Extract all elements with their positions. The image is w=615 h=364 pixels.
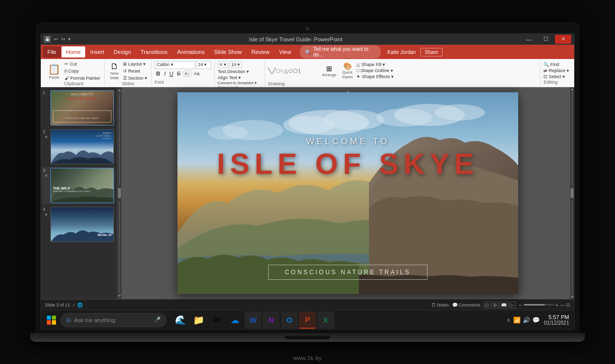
right-scrollbar[interactable] (570, 87, 574, 299)
select-button[interactable]: ⊡ Select ▾ (543, 74, 569, 79)
slide-2-number: 2 (43, 129, 49, 134)
zoom-level[interactable]: — (560, 302, 565, 308)
editing-group: 🔍 Find ⇄ Replace ▾ ⊡ Select ▾ Editing (540, 60, 572, 86)
tab-slideshow[interactable]: Slide Show (210, 46, 247, 57)
tab-design[interactable]: Design (109, 46, 136, 57)
tab-animations[interactable]: Animations (172, 46, 209, 57)
tab-insert[interactable]: Insert (86, 46, 109, 57)
editing-label: Editing (543, 80, 569, 85)
laptop-screen-bezel: 💾 ↩ ↪ ▾ Isle of Skye Travel Guide- Power… (35, 22, 580, 333)
file-explorer-icon[interactable]: 📁 (190, 312, 207, 329)
mail-icon[interactable]: ✉ (208, 312, 225, 329)
copy-button[interactable]: ⎘ Copy (64, 68, 101, 74)
minimize-button[interactable]: — (521, 35, 537, 44)
volume-icon[interactable]: 🔊 (523, 317, 530, 324)
start-button[interactable] (44, 313, 59, 328)
reset-button[interactable]: ↺ Reset (122, 68, 148, 74)
char-spacing-button[interactable]: Aa (193, 71, 201, 76)
work-area: 1 WELCOME TO ISLE OF SKYE CONSCIOUS NATU… (41, 87, 574, 299)
zoom-out-button[interactable]: − (519, 302, 522, 308)
font-name-selector[interactable]: Calibri ▾ (155, 61, 195, 69)
taskbar-apps: 🌊 📁 ✉ ☁ W N O P X (172, 312, 334, 329)
edge-icon[interactable]: 🌊 (172, 312, 189, 329)
redo-icon[interactable]: ↪ (61, 36, 65, 42)
clock-display[interactable]: 5:57 PM 01/12/2021 (542, 314, 571, 326)
tab-file[interactable]: File (43, 46, 61, 57)
hinge-notch (285, 336, 330, 339)
normal-view-button[interactable]: ⊡ (483, 301, 490, 309)
website-watermark: www.1k.by (293, 355, 322, 361)
slide-thumb-1[interactable]: 1 WELCOME TO ISLE OF SKYE CONSCIOUS NATU… (42, 89, 115, 127)
onenote-icon[interactable]: N (263, 312, 280, 329)
tell-me-box[interactable]: 🔍Tell me what you want to do... (300, 45, 381, 58)
save-icon[interactable]: 💾 (44, 36, 51, 43)
slide-2-thumbnail: ENJOY GUIDED TRAVEL WITH US (50, 129, 114, 164)
restore-button[interactable]: ☐ (538, 35, 554, 44)
share-button[interactable]: Share (420, 48, 443, 56)
cut-button[interactable]: ✂ Cut (64, 61, 101, 67)
numbering-button[interactable]: 1≡ ▾ (229, 61, 242, 68)
layout-button[interactable]: ⊞ Layout ▾ (122, 61, 148, 67)
bullets-button[interactable]: ≡ ▾ (218, 61, 228, 68)
tab-review[interactable]: Review (247, 46, 274, 57)
powerpoint-icon[interactable]: P (299, 312, 316, 329)
font-size-selector[interactable]: 24 ▾ (196, 61, 211, 69)
slideshow-button[interactable]: ▷ (509, 301, 516, 309)
clock-date: 01/12/2021 (544, 320, 569, 326)
text-direction-button[interactable]: Text Direction ▾ (218, 69, 249, 74)
shapes-palette[interactable]: ╲ ╱ □ ○ △ ◇ ⬠ { (268, 68, 319, 74)
reading-view-button[interactable]: 📖 (500, 301, 508, 309)
comments-button[interactable]: 💬Comments (452, 302, 481, 308)
arrange-button[interactable]: ⊞ Arrange (320, 64, 338, 78)
panel-scrollbar[interactable] (117, 87, 121, 299)
tab-view[interactable]: View (275, 46, 296, 57)
zoom-slider-track[interactable] (524, 304, 554, 306)
tab-home[interactable]: Home (61, 46, 85, 57)
action-center-icon[interactable]: 💬 (532, 317, 540, 324)
replace-button[interactable]: ⇄ Replace ▾ (543, 68, 569, 73)
section-button[interactable]: ☰ Section ▾ (122, 75, 148, 81)
notes-button[interactable]: 🗒Notes (432, 302, 449, 308)
taskbar-search[interactable]: ⊙ Ask me anything 🎤 (60, 313, 166, 327)
format-painter-button[interactable]: 🖌 Format Painter (64, 75, 101, 81)
text-shadow-button[interactable]: A↑ (183, 71, 192, 77)
shape-fill-button[interactable]: △ Shape Fill ▾ (356, 62, 394, 67)
user-name: Katie Jordan (383, 49, 419, 55)
shape-outline-button[interactable]: □ Shape Outline ▾ (356, 68, 394, 73)
font-label: Font (155, 80, 211, 85)
strikethrough-button[interactable]: S (176, 71, 181, 77)
underline-button[interactable]: U (168, 71, 174, 77)
onedrive-icon[interactable]: ☁ (226, 312, 243, 329)
hidden-icons-button[interactable]: ∧ (506, 316, 511, 324)
undo-icon[interactable]: ↩ (54, 36, 58, 42)
slide-thumb-3[interactable]: 3 ★ THE WILD (42, 167, 115, 204)
main-slide[interactable]: WELCOME TO ISLE OF SKYE CONSCIOUS NATURE… (177, 92, 518, 294)
new-slide-button[interactable]: 🗋 New Slide (108, 61, 121, 81)
italic-button[interactable]: I (163, 71, 167, 77)
word-icon[interactable]: W (244, 312, 262, 329)
outlook-icon[interactable]: O (281, 312, 298, 329)
tab-transitions[interactable]: Transitions (136, 46, 172, 57)
zoom-in-button[interactable]: + (556, 302, 559, 308)
bold-button[interactable]: B (155, 70, 162, 77)
slide-sorter-button[interactable]: ⊞ (491, 301, 499, 309)
slide-thumb-4[interactable]: 4 ★ REVEL IN (42, 206, 115, 243)
excel-icon[interactable]: X (317, 312, 334, 329)
shape-effects-button[interactable]: ✦ Shape Effects ▾ (356, 74, 394, 79)
network-icon[interactable]: 📶 (513, 317, 521, 324)
taskbar-mic-icon[interactable]: 🎤 (154, 317, 161, 323)
paragraph-group: ≡ ▾ 1≡ ▾ Text Direction ▾ Align Text ▾ C… (215, 60, 265, 86)
paste-button[interactable]: 📋 Paste (46, 62, 63, 81)
find-button[interactable]: 🔍 Find (543, 62, 569, 67)
close-button[interactable]: ✕ (555, 35, 571, 44)
align-text-button[interactable]: Align Text ▾ (218, 75, 241, 80)
slide-count: Slide 3 of 11 (45, 302, 70, 308)
isle-skye-title: ISLE OF SKYE (177, 148, 518, 180)
clipboard-label: Clipboard (64, 81, 84, 86)
slide-3-number: 3 (43, 168, 49, 173)
main-slide-area: ▲ (121, 87, 574, 299)
taskbar-search-icon: ⊙ (66, 317, 71, 324)
slide-thumb-2[interactable]: 2 ★ ENJOY (42, 128, 115, 165)
fit-button[interactable]: ⊡ (566, 302, 570, 308)
quick-styles-button[interactable]: 🎨 Quick Styles (340, 61, 355, 80)
